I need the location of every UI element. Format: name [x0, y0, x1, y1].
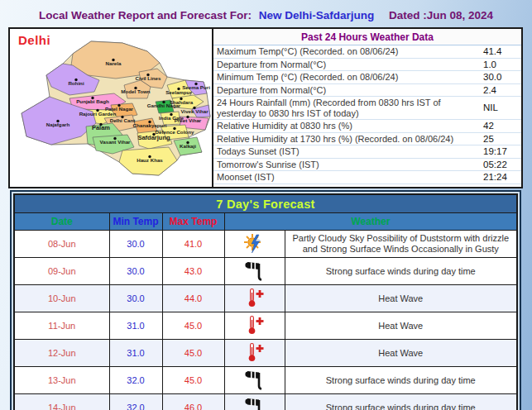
district-label: Narela	[106, 60, 122, 66]
past24-header: Past 24 Hours Weather Data	[213, 29, 521, 45]
district-label: Hauz Khas	[137, 157, 163, 163]
page-title: Local Weather Report and Forecast For: N…	[0, 9, 532, 21]
district-label: Punjabi Bagh	[76, 98, 109, 104]
forecast-date-cell: 09-Jun	[14, 258, 109, 285]
past24-table: Maximum Temp(°C) (Recorded. on 08/06/24)…	[213, 45, 521, 188]
forecast-row: 12-Jun31.045.0Heat Wave	[14, 340, 517, 367]
forecast-row: 08-Jun30.041.0Partly Cloudy Sky Possibil…	[14, 231, 517, 258]
past24-label: Relative Humidity at 0830 hrs (%)	[213, 120, 482, 133]
past24-value: 41.4	[482, 45, 521, 58]
past24-label: Moonset (IST)	[213, 171, 482, 184]
forecast-date-cell: 13-Jun	[14, 367, 109, 394]
past24-label: Tomorrow's Sunrise (IST)	[213, 158, 482, 171]
map-title: Delhi	[18, 33, 50, 47]
thermometer-plus-icon	[242, 314, 267, 336]
forecast-date-cell: 12-Jun	[14, 340, 109, 367]
past24-value: 05:22	[482, 158, 521, 171]
past24-label: Relative Humidity at 1730 hrs (%) (Recor…	[213, 132, 482, 145]
past24-label: Maximum Temp(°C) (Recorded. on 08/06/24)	[213, 45, 482, 58]
district-label: Delhi Cant	[110, 117, 136, 123]
col-header-min-temp: Min Temp	[109, 213, 162, 231]
forecast-icon-cell	[224, 367, 285, 394]
forecast-row: 10-Jun30.044.0Heat Wave	[14, 285, 517, 312]
past24-row: Tomorrow's Sunrise (IST)05:22	[213, 158, 521, 171]
forecast-row: 13-Jun32.045.0Strong surface winds durin…	[14, 367, 517, 394]
title-prefix: Local Weather Report and Forecast For:	[39, 9, 252, 21]
top-section: NarelaRohiniModel TownCivil LinesSeelamp…	[8, 27, 523, 188]
past24-row: 24 Hours Rainfall (mm) (Recorded from 08…	[213, 97, 521, 120]
district-label: Kalkaji	[180, 143, 196, 149]
district-label: Seema Puri	[182, 84, 210, 90]
forecast-icon-cell	[224, 312, 285, 340]
forecast-max-temp-cell: 45.0	[162, 312, 224, 340]
forecast-weather-desc: Strong surface winds during day time	[285, 258, 517, 285]
col-header-max-temp: Max Temp	[162, 213, 224, 231]
col-header-date: Date	[14, 213, 109, 231]
forecast-date-cell: 08-Jun	[14, 231, 109, 258]
past24-label: Departure from Normal(°C)	[213, 83, 482, 97]
forecast-icon-cell	[224, 258, 285, 285]
forecast-min-temp-cell: 32.0	[109, 394, 162, 410]
forecast-weather-desc: Heat Wave	[285, 285, 517, 312]
past24-label: Minimum Temp (°C) (Recorded. on 08/06/24…	[213, 71, 482, 84]
delhi-districts-map: NarelaRohiniModel TownCivil LinesSeelamp…	[10, 29, 212, 187]
forecast-max-temp-cell: 44.0	[162, 285, 224, 312]
forecast-column-headers: Date Min Temp Max Temp Weather	[14, 213, 517, 231]
forecast-min-temp-cell: 31.0	[109, 312, 162, 340]
past24-row: Minimum Temp (°C) (Recorded. on 08/06/24…	[213, 71, 521, 84]
forecast-icon-cell	[224, 231, 285, 258]
forecast-icon-cell	[224, 285, 285, 312]
district-label: Seelampur	[165, 89, 192, 95]
district-label: Gandhi Nagar	[147, 102, 181, 108]
past24-value: 19:17	[482, 145, 521, 159]
past24-label: Moonrise (IST)	[213, 184, 482, 188]
forecast-icon-cell	[224, 394, 285, 410]
district-label: Najafgarh	[46, 122, 70, 127]
forecast-max-temp-cell: 41.0	[162, 231, 224, 258]
past24-row: Todays Sunset (IST)19:17	[213, 145, 521, 159]
delhi-map-panel: NarelaRohiniModel TownCivil LinesSeelamp…	[8, 27, 213, 188]
forecast-max-temp-cell: 45.0	[162, 367, 224, 394]
forecast-date-cell: 11-Jun	[14, 312, 109, 340]
past24-row: Relative Humidity at 1730 hrs (%) (Recor…	[213, 132, 521, 145]
forecast-max-temp-cell: 46.0	[162, 394, 224, 410]
past24-value: 42	[482, 120, 521, 133]
forecast-weather-desc: Strong surface winds during day time	[285, 367, 517, 394]
forecast-max-temp-cell: 45.0	[162, 340, 224, 367]
forecast-date-cell: 10-Jun	[14, 285, 109, 312]
past24-value: 06:37	[482, 184, 521, 188]
forecast-table: 7 Day's Forecast Date Min Temp Max Temp …	[13, 193, 518, 410]
past24-row: Moonrise (IST)06:37	[213, 184, 521, 188]
forecast-min-temp-cell: 30.0	[109, 258, 162, 285]
thermometer-plus-icon	[242, 287, 267, 309]
duststorm-icon	[242, 232, 267, 255]
district-label: Defence Colony	[156, 129, 194, 135]
past24-label: Todays Sunset (IST)	[213, 145, 482, 159]
weather-report-page: Local Weather Report and Forecast For: N…	[0, 0, 532, 410]
forecast-title: 7 Day's Forecast	[14, 194, 517, 213]
forecast-row: 14-Jun32.046.0Strong surface winds durin…	[14, 394, 517, 410]
past24-row: Maximum Temp(°C) (Recorded. on 08/06/24)…	[213, 45, 521, 58]
district-label: Safdarjung	[137, 134, 170, 141]
forecast-weather-desc: Strong surface winds during day time	[285, 394, 517, 410]
windsock-icon	[242, 396, 267, 410]
forecast-min-temp-cell: 32.0	[109, 367, 162, 394]
col-header-weather: Weather	[224, 213, 517, 231]
district-label: Vivek Vihar	[180, 108, 208, 114]
forecast-weather-desc: Heat Wave	[285, 312, 517, 340]
title-location: New Delhi-Safdarjung	[259, 9, 375, 21]
windsock-icon	[242, 260, 267, 282]
past24-row: Departure from Normal(°C)2.4	[213, 83, 521, 97]
forecast-date-cell: 14-Jun	[14, 394, 109, 410]
forecast-min-temp-cell: 31.0	[109, 340, 162, 367]
district-label: India Gate	[159, 115, 184, 121]
past24-value: 30.0	[482, 71, 521, 84]
past24-value: 21:24	[482, 171, 521, 184]
forecast-min-temp-cell: 30.0	[109, 231, 162, 258]
district-label: Patel Nagar	[105, 106, 134, 112]
district-label: Palam	[92, 124, 110, 131]
past24-label: 24 Hours Rainfall (mm) (Recorded from 08…	[213, 97, 482, 120]
past24-value: 2.4	[482, 83, 521, 97]
forecast-weather-desc: Heat Wave	[285, 340, 517, 367]
district-label: Rohini	[68, 80, 84, 86]
